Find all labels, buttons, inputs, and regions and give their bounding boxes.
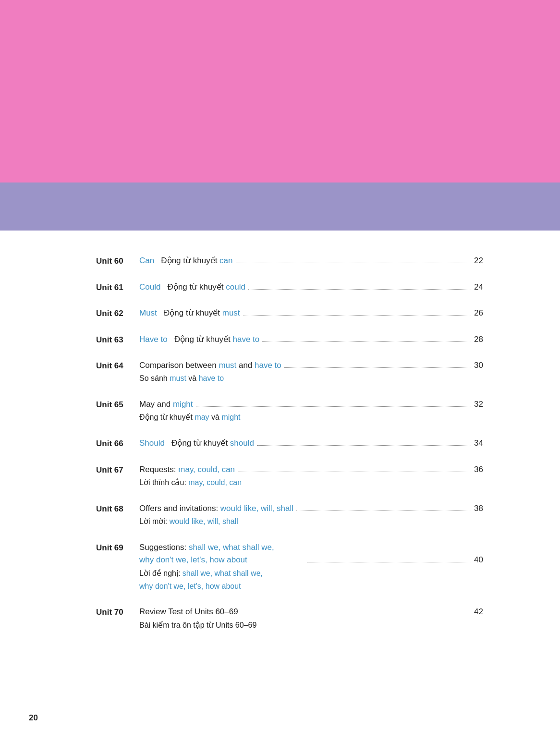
unit-63-keyword1: Have to (139, 335, 168, 344)
toc-content: Unit 60 Can Động từ khuyết can 22 Unit 6… (0, 231, 560, 683)
unit-69-text2: why don't we, let's, how about (139, 554, 304, 566)
unit-68-text1: Offers and invitations: would like, will… (139, 504, 293, 513)
unit-67-dots (238, 472, 471, 472)
unit-content-65: May and might 32 Động từ khuyết may và m… (139, 398, 483, 424)
unit-62-keyword1: Must (139, 308, 157, 317)
unit-69-subline: Lời đề nghị: shall we, what shall we, (139, 568, 483, 580)
unit-69-page: 40 (474, 554, 483, 566)
unit-66-keyword2: should (230, 438, 254, 448)
unit-65-subline: Động từ khuyết may và might (139, 412, 483, 424)
unit-64-sub-keyword2: have to (199, 374, 224, 382)
unit-64-dots (284, 367, 471, 368)
unit-69-keyword1: shall we, what shall we, (189, 543, 274, 552)
unit-63-keyword2: have to (233, 335, 260, 344)
unit-61-text: Động từ khuyết could (163, 282, 245, 292)
unit-61-keyword2: could (226, 282, 245, 292)
unit-65-dots (196, 406, 472, 407)
unit-content-63: Have to Động từ khuyết have to 28 (139, 333, 483, 346)
pink-header-band (0, 0, 560, 182)
unit-68-dots (296, 511, 471, 511)
toc-row-61: Unit 61 Could Động từ khuyết could 24 (96, 281, 483, 294)
unit-60-dots (236, 263, 472, 263)
unit-label-60: Unit 60 (96, 255, 139, 268)
unit-69-subline2: why don't we, let's, how about (139, 581, 483, 593)
unit-label-68: Unit 68 (96, 502, 139, 515)
unit-66-page: 34 (474, 437, 483, 450)
unit-61-keyword1: Could (139, 282, 160, 292)
unit-66-text: Động từ khuyết should (167, 438, 254, 448)
toc-row-65: Unit 65 May and might 32 Động từ khuyết … (96, 398, 483, 424)
unit-content-61: Could Động từ khuyết could 24 (139, 281, 483, 293)
unit-69-text1: Suggestions: shall we, what shall we, (139, 543, 274, 552)
unit-68-keyword1: would like, will, shall (220, 504, 293, 513)
unit-content-67: Requests: may, could, can 36 Lời thỉnh c… (139, 463, 483, 489)
unit-61-dots (248, 289, 471, 290)
unit-67-subline: Lời thỉnh cầu: may, could, can (139, 477, 483, 489)
unit-label-62: Unit 62 (96, 307, 139, 320)
unit-68-page: 38 (474, 502, 483, 515)
unit-label-67: Unit 67 (96, 463, 139, 476)
toc-row-68: Unit 68 Offers and invitations: would li… (96, 502, 483, 528)
unit-70-dots (241, 614, 471, 614)
unit-63-dots (262, 341, 471, 342)
toc-row-64: Unit 64 Comparison between must and have… (96, 359, 483, 385)
unit-content-68: Offers and invitations: would like, will… (139, 502, 483, 528)
unit-68-sub-keyword1: would like, will, shall (170, 517, 238, 525)
unit-67-keyword1: may, could, can (178, 465, 235, 474)
toc-row-60: Unit 60 Can Động từ khuyết can 22 (96, 255, 483, 268)
unit-label-64: Unit 64 (96, 359, 139, 372)
unit-62-text: Động từ khuyết must (159, 308, 240, 317)
unit-66-dots (257, 445, 471, 446)
unit-content-70: Review Test of Units 60–69 42 Bài kiểm t… (139, 606, 483, 631)
unit-64-keyword1: must (219, 361, 236, 370)
unit-65-text1: May and might (139, 400, 193, 409)
unit-content-64: Comparison between must and have to 30 S… (139, 359, 483, 385)
unit-64-page: 30 (474, 359, 483, 372)
unit-65-sub-keyword2: might (221, 413, 240, 421)
unit-64-keyword2: have to (255, 361, 281, 370)
toc-row-66: Unit 66 Should Động từ khuyết should 34 (96, 437, 483, 450)
unit-70-text1: Review Test of Units 60–69 (139, 607, 238, 616)
unit-65-sub-keyword1: may (195, 413, 209, 421)
toc-row-67: Unit 67 Requests: may, could, can 36 Lời… (96, 463, 483, 489)
toc-row-63: Unit 63 Have to Động từ khuyết have to 2… (96, 333, 483, 346)
unit-61-page: 24 (474, 281, 483, 293)
unit-label-66: Unit 66 (96, 437, 139, 450)
unit-60-keyword1: Can (139, 256, 154, 265)
unit-label-70: Unit 70 (96, 606, 139, 619)
unit-67-sub-keyword1: may, could, can (188, 478, 242, 487)
unit-69-sub-keyword2: why don't we, let's, how about (139, 582, 241, 590)
unit-content-60: Can Động từ khuyết can 22 (139, 255, 483, 267)
unit-60-text: Động từ khuyết can (157, 256, 233, 265)
purple-band (0, 182, 560, 231)
unit-62-keyword2: must (222, 308, 240, 317)
unit-content-62: Must Động từ khuyết must 26 (139, 307, 483, 319)
toc-row-70: Unit 70 Review Test of Units 60–69 42 Bà… (96, 606, 483, 631)
unit-66-keyword1: Should (139, 438, 165, 448)
unit-label-65: Unit 65 (96, 398, 139, 411)
toc-row-69: Unit 69 Suggestions: shall we, what shal… (96, 541, 483, 592)
unit-63-page: 28 (474, 333, 483, 346)
unit-68-subline: Lời mời: would like, will, shall (139, 516, 483, 528)
unit-64-text1: Comparison between must and have to (139, 361, 281, 370)
unit-67-page: 36 (474, 463, 483, 476)
unit-label-69: Unit 69 (96, 541, 139, 554)
unit-65-page: 32 (474, 398, 483, 411)
unit-64-subline: So sánh must và have to (139, 373, 483, 385)
unit-65-keyword1: might (173, 400, 193, 409)
unit-70-page: 42 (474, 606, 483, 618)
unit-content-69: Suggestions: shall we, what shall we, wh… (139, 541, 483, 592)
page: Unit 60 Can Động từ khuyết can 22 Unit 6… (0, 0, 560, 742)
unit-69-sub-keyword1: shall we, what shall we, (183, 569, 263, 577)
unit-label-63: Unit 63 (96, 333, 139, 346)
unit-label-61: Unit 61 (96, 281, 139, 294)
unit-67-text1: Requests: may, could, can (139, 465, 235, 474)
unit-60-keyword2: can (219, 256, 232, 265)
unit-63-text: Động từ khuyết have to (170, 335, 259, 344)
unit-62-dots (243, 315, 471, 316)
unit-69-dots (307, 562, 472, 562)
unit-62-page: 26 (474, 307, 483, 319)
unit-64-sub-keyword1: must (170, 374, 186, 382)
toc-row-62: Unit 62 Must Động từ khuyết must 26 (96, 307, 483, 320)
unit-content-66: Should Động từ khuyết should 34 (139, 437, 483, 450)
